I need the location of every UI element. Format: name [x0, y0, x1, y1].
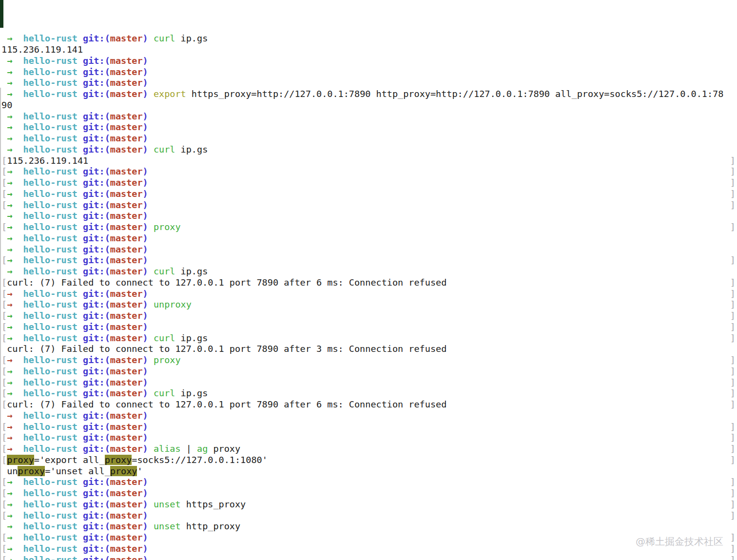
terminal-line: [→ hello-rust git:(master) curl ip.gs] — [0, 333, 737, 344]
pad — [12, 388, 23, 398]
pad — [12, 77, 23, 88]
pad — [1, 133, 7, 143]
terminal-line: [→ hello-rust git:(master) proxy] — [0, 355, 737, 366]
pad — [1, 33, 7, 43]
pad — [12, 355, 23, 365]
pad — [12, 299, 23, 309]
git-suffix: ) — [143, 133, 148, 143]
prompt-cwd: hello-rust — [23, 89, 78, 99]
terminal-line: → hello-rust git:(master) — [0, 233, 737, 244]
prompt-arrow-icon: → — [7, 322, 12, 332]
pad — [12, 200, 23, 210]
prompt-arrow-icon: → — [7, 200, 12, 210]
line-bracket-right: ] — [730, 177, 736, 189]
pad — [12, 111, 23, 121]
git-prefix: git:( — [78, 122, 110, 132]
terminal-line: [curl: (7) Failed to connect to 127.0.0.… — [0, 277, 737, 289]
pad — [12, 532, 23, 542]
git-prefix: git:( — [78, 289, 110, 299]
terminal-window[interactable]: → hello-rust git:(master) curl ip.gs115.… — [0, 0, 737, 560]
line-bracket-left: [ — [1, 177, 7, 188]
pad — [1, 144, 7, 154]
line-bracket-right: ] — [730, 555, 736, 560]
git-suffix: ) — [143, 200, 148, 210]
line-bracket-left: [ — [1, 555, 7, 560]
git-prefix: git:( — [78, 33, 110, 43]
prompt-cwd: hello-rust — [23, 310, 78, 321]
git-branch: master — [110, 122, 143, 132]
prompt-cwd: hello-rust — [23, 477, 78, 487]
git-branch: master — [110, 177, 143, 188]
terminal-line: [→ hello-rust git:(master)] — [0, 322, 737, 333]
terminal-line: unproxy='unset all_proxy' — [0, 466, 737, 477]
prompt-cwd: hello-rust — [23, 211, 78, 221]
command-text: proxy — [154, 355, 181, 365]
terminal-line: [→ hello-rust git:(master)] — [0, 200, 737, 211]
terminal-line: [→ hello-rust git:(master)] — [0, 289, 737, 300]
git-prefix: git:( — [78, 333, 110, 343]
git-suffix: ) — [143, 499, 148, 509]
prompt-arrow-icon: → — [7, 521, 12, 531]
line-bracket-right: ] — [730, 388, 736, 399]
terminal-line: 90 — [0, 100, 737, 111]
line-bracket-left: [ — [1, 388, 7, 398]
output-text: curl: (7) Failed to connect to 127.0.0.1… — [1, 344, 446, 354]
prompt-arrow-icon: → — [7, 388, 12, 398]
git-suffix: ) — [143, 255, 148, 265]
pad — [12, 488, 23, 498]
git-prefix: git:( — [78, 177, 110, 188]
terminal-line: [→ hello-rust git:(master)] — [0, 310, 737, 322]
git-branch: master — [110, 166, 143, 176]
prompt-arrow-icon: → — [7, 422, 12, 432]
prompt-cwd: hello-rust — [23, 388, 78, 398]
git-prefix: git:( — [78, 310, 110, 321]
command-arg — [148, 444, 154, 454]
git-prefix: git:( — [78, 355, 110, 365]
git-suffix: ) — [143, 410, 148, 421]
git-branch: master — [110, 133, 143, 143]
git-prefix: git:( — [78, 67, 110, 77]
terminal-line: [→ hello-rust git:(master) unset https_p… — [0, 499, 737, 510]
terminal-line: [→ hello-rust git:(master)] — [0, 255, 737, 266]
line-bracket-left: [ — [1, 355, 7, 365]
prompt-arrow-icon: → — [7, 310, 12, 321]
pad — [12, 333, 23, 343]
prompt-arrow-icon: → — [7, 543, 12, 554]
prompt-arrow-icon: → — [7, 499, 12, 509]
command-arg — [148, 89, 154, 99]
pad — [12, 56, 23, 66]
prompt-arrow-icon: → — [7, 377, 12, 387]
git-branch: master — [110, 555, 143, 560]
command-arg: ip.gs — [175, 144, 208, 154]
terminal-line: → hello-rust git:(master) — [0, 67, 737, 78]
terminal-line: [→ hello-rust git:(master)] — [0, 366, 737, 377]
line-bracket-right: ] — [730, 310, 736, 322]
prompt-arrow-icon: → — [7, 67, 12, 77]
line-bracket-left: [ — [1, 189, 7, 199]
line-bracket-left: [ — [1, 155, 7, 166]
pad — [12, 233, 23, 243]
git-branch: master — [110, 477, 143, 487]
pad — [12, 177, 23, 188]
git-suffix: ) — [143, 377, 148, 387]
terminal-line: [curl: (7) Failed to connect to 127.0.0.… — [0, 399, 737, 410]
command-text: unset — [154, 521, 181, 531]
output-text: 90 — [1, 100, 12, 110]
terminal-line: [→ hello-rust git:(master)] — [0, 166, 737, 177]
pad — [12, 410, 23, 421]
terminal-line: → hello-rust git:(master) — [0, 122, 737, 133]
prompt-arrow-icon: → — [7, 33, 12, 43]
line-bracket-left: [ — [1, 222, 7, 232]
prompt-cwd: hello-rust — [23, 422, 78, 432]
pad — [12, 310, 23, 321]
git-suffix: ) — [143, 244, 148, 254]
line-bracket-left: [ — [1, 299, 7, 309]
pad — [12, 543, 23, 554]
git-branch: master — [110, 422, 143, 432]
line-bracket-left: [ — [1, 277, 7, 288]
git-prefix: git:( — [78, 543, 110, 554]
git-prefix: git:( — [78, 488, 110, 498]
line-bracket-left: [ — [1, 377, 7, 387]
prompt-cwd: hello-rust — [23, 299, 78, 309]
command-arg — [148, 521, 154, 531]
